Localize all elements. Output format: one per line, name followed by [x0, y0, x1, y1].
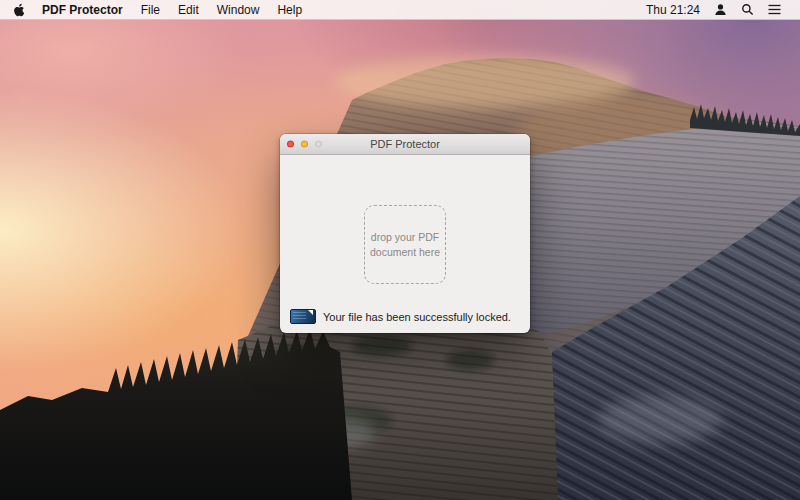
apple-menu-icon[interactable] [14, 0, 34, 19]
menu-help[interactable]: Help [268, 0, 311, 19]
dropzone-text-line2: document here [370, 245, 440, 260]
window-title: PDF Protector [280, 134, 530, 154]
pdf-protector-window: PDF Protector drop your PDF document her… [280, 134, 530, 333]
user-icon[interactable] [707, 0, 734, 19]
window-titlebar[interactable]: PDF Protector [280, 134, 530, 155]
locked-pdf-file-icon [290, 309, 316, 324]
menu-window[interactable]: Window [208, 0, 269, 19]
menu-edit[interactable]: Edit [169, 0, 208, 19]
pdf-drop-zone[interactable]: drop your PDF document here [364, 205, 446, 284]
menu-bar: PDF Protector File Edit Window Help Thu … [0, 0, 800, 20]
menubar-clock[interactable]: Thu 21:24 [639, 0, 707, 19]
status-message: Your file has been successfully locked. [323, 311, 511, 323]
menu-file[interactable]: File [132, 0, 169, 19]
search-icon[interactable] [734, 0, 761, 19]
window-content: drop your PDF document here Your file ha… [280, 155, 530, 333]
app-menu[interactable]: PDF Protector [34, 0, 132, 19]
status-row: Your file has been successfully locked. [290, 309, 511, 324]
notification-center-icon[interactable] [761, 0, 788, 19]
dropzone-text-line1: drop your PDF [371, 230, 439, 245]
